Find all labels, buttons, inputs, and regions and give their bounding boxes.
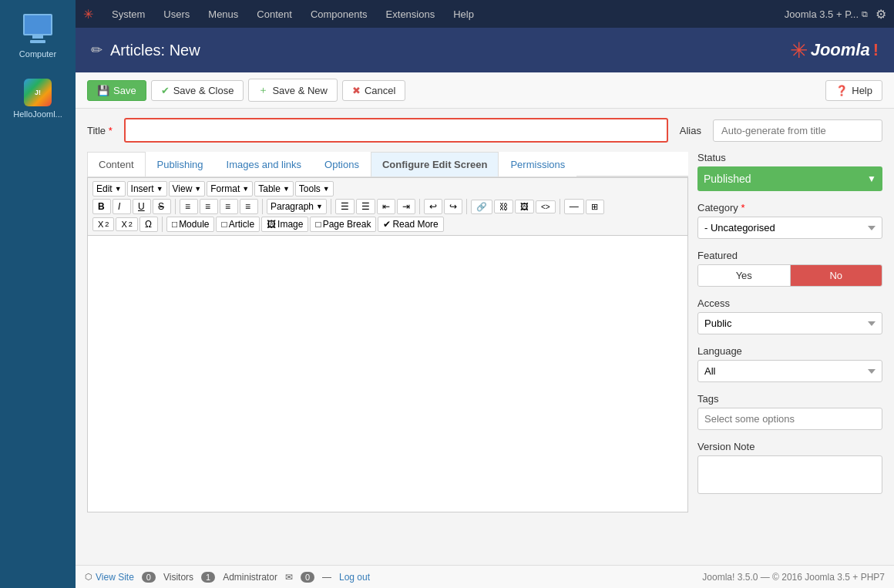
nav-item-system[interactable]: System (104, 5, 153, 23)
brand-star-icon: ✳ (790, 38, 808, 63)
view-menu[interactable]: View ▼ (169, 181, 206, 197)
view-caret-icon: ▼ (194, 185, 201, 193)
paragraph-dropdown[interactable]: Paragraph ▼ (267, 199, 327, 214)
tags-input[interactable] (697, 408, 882, 430)
view-site-link[interactable]: View Site (96, 572, 134, 583)
sep1 (175, 199, 176, 214)
main-area: ✳ System Users Menus Content Components … (76, 0, 894, 588)
special-char-button[interactable]: Ω (139, 217, 158, 232)
nav-item-users[interactable]: Users (156, 5, 197, 23)
page-break-button[interactable]: □ Page Break (310, 217, 376, 232)
table-insert-button[interactable]: ⊞ (586, 200, 604, 214)
version-note-label: Version Note (697, 441, 882, 452)
align-right-button[interactable]: ≡ (220, 199, 238, 214)
ul-button[interactable]: ☰ (335, 199, 355, 214)
underline-button[interactable]: U (133, 199, 151, 214)
editor-body[interactable] (87, 235, 688, 512)
editor-menu-row: Edit ▼ Insert ▼ View ▼ Format (92, 181, 683, 197)
featured-no-button[interactable]: No (791, 265, 882, 286)
status-field: Status Published ▼ (697, 152, 882, 191)
code-button[interactable]: <> (536, 200, 556, 213)
format-menu[interactable]: Format ▼ (207, 181, 253, 197)
save-close-button[interactable]: ✔ Save & Close (151, 80, 244, 101)
category-select[interactable]: - Uncategorised (697, 217, 882, 239)
format-caret-icon: ▼ (242, 185, 249, 193)
editor-section: Content Publishing Images and links Opti… (87, 152, 688, 512)
redo-button[interactable]: ↪ (444, 199, 462, 214)
alias-input[interactable] (713, 119, 882, 142)
nav-user-info[interactable]: Joomla 3.5 + P... ⧉ (785, 8, 868, 20)
category-required-star: * (741, 202, 744, 213)
strikethrough-button[interactable]: S (153, 199, 171, 214)
nav-item-content[interactable]: Content (249, 5, 300, 23)
access-select[interactable]: Public (697, 312, 882, 334)
undo-button[interactable]: ↩ (424, 199, 442, 214)
cancel-button[interactable]: ✖ Cancel (342, 80, 405, 101)
admin-label: Administrator (223, 572, 277, 583)
hr-button[interactable]: — (564, 199, 584, 214)
ol-button[interactable]: ☰ (356, 199, 375, 214)
save-button[interactable]: 💾 Save (87, 80, 146, 101)
featured-yes-button[interactable]: Yes (698, 265, 791, 286)
settings-gear-icon[interactable]: ⚙ (876, 7, 886, 22)
align-justify-button[interactable]: ≡ (240, 199, 258, 214)
insert-menu[interactable]: Insert ▼ (127, 181, 167, 197)
indent-button[interactable]: ⇥ (397, 199, 415, 214)
editor-toolbar: Edit ▼ Insert ▼ View ▼ Format (87, 177, 688, 235)
edit-menu[interactable]: Edit ▼ (92, 181, 126, 197)
status-bar: ⬡ View Site 0 Visitors 1 Administrator ✉… (76, 565, 894, 588)
version-info: Joomla! 3.5.0 — © 2016 Joomla 3.5 + PHP7 (702, 572, 885, 583)
nav-item-components[interactable]: Components (303, 5, 375, 23)
tools-menu[interactable]: Tools ▼ (295, 181, 334, 197)
status-caret-icon: ▼ (867, 173, 876, 184)
nav-item-extensions[interactable]: Extensions (378, 5, 443, 23)
sep6 (560, 199, 560, 214)
sep4 (419, 199, 420, 214)
nav-item-menus[interactable]: Menus (200, 5, 246, 23)
sidebar-hellojoomla-label: HelloJooml... (13, 109, 62, 119)
bold-button[interactable]: B (92, 199, 111, 214)
tab-configure-edit[interactable]: Configure Edit Screen (371, 152, 499, 176)
tab-permissions[interactable]: Permissions (499, 152, 576, 176)
sidebar-item-hellojoomla[interactable]: J! HelloJooml... (8, 72, 67, 125)
insert-caret-icon: ▼ (156, 185, 163, 193)
tab-content[interactable]: Content (87, 152, 146, 176)
help-icon: ❓ (835, 85, 848, 96)
tab-images-links[interactable]: Images and links (215, 152, 314, 176)
tags-field: Tags (697, 393, 882, 430)
status-dropdown[interactable]: Published ▼ (697, 166, 882, 191)
tab-options[interactable]: Options (313, 152, 371, 176)
title-input[interactable] (124, 118, 668, 143)
read-more-button[interactable]: ✔ Read More (378, 217, 443, 232)
italic-button[interactable]: I (113, 199, 131, 214)
logout-icon: — (322, 572, 331, 583)
sidebar-item-computer[interactable]: Computer (15, 8, 61, 65)
article-icon: □ (221, 219, 227, 230)
language-select[interactable]: All (697, 360, 882, 382)
tab-publishing[interactable]: Publishing (146, 152, 215, 176)
module-button[interactable]: □ Module (166, 217, 215, 232)
version-note-field: Version Note (697, 441, 882, 494)
nav-item-help[interactable]: Help (445, 5, 482, 23)
subscript-button[interactable]: X2 (92, 217, 114, 231)
version-note-input[interactable] (697, 455, 882, 494)
image-insert-button[interactable]: 🖼 Image (261, 217, 308, 232)
article-button[interactable]: □ Article (216, 217, 260, 232)
category-field: Category * - Uncategorised (697, 202, 882, 239)
save-new-button[interactable]: ＋ Save & New (248, 79, 338, 102)
unlink-button[interactable]: ⛓ (494, 200, 513, 213)
link-button[interactable]: 🔗 (471, 200, 492, 214)
access-label: Access (697, 297, 882, 309)
superscript-button[interactable]: X2 (116, 217, 137, 231)
help-button[interactable]: ❓ Help (825, 80, 882, 101)
image-button[interactable]: 🖼 (515, 200, 534, 213)
language-label: Language (697, 345, 882, 357)
table-menu[interactable]: Table ▼ (254, 181, 294, 197)
image-insert-icon: 🖼 (267, 219, 276, 230)
align-center-button[interactable]: ≡ (200, 199, 218, 214)
toolbar: 💾 Save ✔ Save & Close ＋ Save & New ✖ Can… (76, 72, 894, 109)
outdent-button[interactable]: ⇤ (377, 199, 395, 214)
title-row: Title * Alias (87, 118, 882, 143)
align-left-button[interactable]: ≡ (180, 199, 198, 214)
logout-link[interactable]: Log out (339, 572, 370, 583)
